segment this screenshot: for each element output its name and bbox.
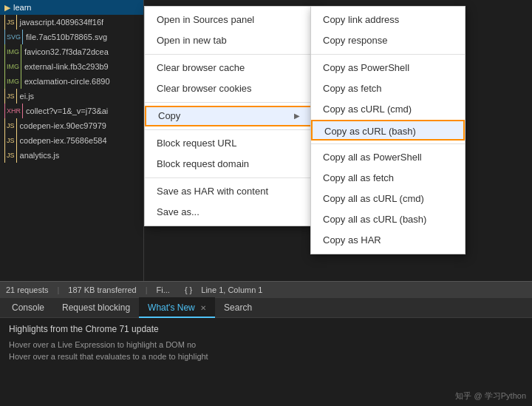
menu-block-url[interactable]: Block request URL [145, 133, 313, 154]
tabs-bar: Console Request blocking What's New ✕ Se… [0, 297, 532, 318]
menu-separator-4 [145, 177, 313, 178]
network-item-collect[interactable]: XHR collect?v=1&_v=j73&ai [0, 104, 143, 118]
js-icon5: JS [4, 148, 17, 163]
network-item-svg[interactable]: SVG file.7ac510b78865.svg [0, 30, 143, 44]
menu-clear-cookies[interactable]: Clear browser cookies [145, 78, 313, 99]
menu-separator-1 [145, 54, 313, 55]
context-menu: Open in Sources panel Open in new tab Cl… [144, 6, 314, 226]
submenu-copy-all-powershell[interactable]: Copy all as PowerShell [311, 147, 465, 168]
submenu-copy-all-curl-bash[interactable]: Copy all as cURL (bash) [311, 209, 465, 230]
transferred-size: 187 KB transferred [68, 285, 136, 294]
bottom-content: Highlights from the Chrome 71 update Hov… [0, 318, 532, 406]
tab-whats-new[interactable]: What's New ✕ [139, 297, 215, 318]
network-item-external-link[interactable]: IMG external-link.fb3c293b9 [0, 59, 143, 74]
submenu-copy-powershell[interactable]: Copy as PowerShell [311, 58, 465, 78]
network-item-favicon[interactable]: IMG favicon32.7f3da72dcea [0, 44, 143, 59]
menu-open-sources[interactable]: Open in Sources panel [145, 10, 313, 30]
menu-save-as[interactable]: Save as... [145, 202, 313, 223]
js-icon2: JS [4, 89, 17, 104]
bottom-text1: Hover over a Live Expression to highligh… [9, 339, 523, 351]
network-item-codepen2[interactable]: JS codepen-iex.75686e584 [0, 133, 143, 148]
tab-search[interactable]: Search [215, 297, 261, 318]
bottom-heading: Highlights from the Chrome 71 update [9, 324, 523, 334]
network-item-exclamation[interactable]: IMG exclamation-circle.6890 [0, 74, 143, 89]
submenu-copy-all-curl-cmd[interactable]: Copy all as cURL (cmd) [311, 189, 465, 209]
divider2: | [146, 285, 148, 294]
submenu-copy-har[interactable]: Copy as HAR [311, 230, 465, 251]
submenu-copy-curl-bash[interactable]: Copy as cURL (bash) [311, 120, 465, 141]
menu-open-new-tab[interactable]: Open in new tab [145, 30, 313, 51]
tab-request-blocking[interactable]: Request blocking [53, 297, 139, 318]
tab-close-icon[interactable]: ✕ [200, 304, 206, 312]
img-icon2: IMG [4, 59, 21, 74]
tab-console[interactable]: Console [3, 297, 53, 318]
chevron-right-icon: ▶ [294, 106, 300, 126]
img-icon: IMG [4, 44, 21, 59]
copy-submenu: Copy link address Copy response Copy as … [310, 6, 466, 254]
js-icon3: JS [4, 118, 17, 133]
divider1: | [57, 285, 59, 294]
menu-clear-cache[interactable]: Clear browser cache [145, 58, 313, 78]
js-icon4: JS [4, 133, 17, 148]
watermark: 知乎 @ 学习Python [455, 390, 526, 402]
bottom-text2: Hover over a result that evaluates to a … [9, 351, 523, 362]
menu-separator-3 [145, 129, 313, 130]
submenu-copy-curl-cmd[interactable]: Copy as cURL (cmd) [311, 99, 465, 120]
network-item-analytics[interactable]: JS analytics.js [0, 148, 143, 163]
menu-save-har[interactable]: Save as HAR with content [145, 181, 313, 202]
img-icon3: IMG [4, 74, 21, 89]
submenu-copy-response[interactable]: Copy response [311, 30, 465, 51]
submenu-separator-2 [311, 143, 465, 144]
network-panel: ▶ learn JS javascript.4089634ff16f SVG f… [0, 0, 144, 281]
network-item-learn[interactable]: ▶ learn [0, 0, 143, 15]
filter-info: Fi... [157, 285, 170, 294]
status-bar: 21 requests | 187 KB transferred | Fi...… [0, 281, 532, 297]
code-editor-icon: { } [185, 285, 192, 294]
submenu-copy-all-fetch[interactable]: Copy all as fetch [311, 168, 465, 189]
menu-copy[interactable]: Copy ▶ [145, 106, 313, 126]
submenu-separator-1 [311, 54, 465, 55]
menu-separator-2 [145, 102, 313, 103]
menu-block-domain[interactable]: Block request domain [145, 154, 313, 175]
requests-count: 21 requests [6, 285, 48, 294]
submenu-copy-fetch[interactable]: Copy as fetch [311, 78, 465, 99]
network-item-ei[interactable]: JS ei.js [0, 89, 143, 104]
network-item-js1[interactable]: JS javascript.4089634ff16f [0, 15, 143, 30]
submenu-copy-link[interactable]: Copy link address [311, 10, 465, 30]
folder-icon: ▶ [4, 0, 10, 15]
xhr-icon: XHR [4, 104, 23, 118]
js-icon: JS [4, 15, 17, 30]
svg-icon: SVG [4, 30, 23, 44]
position-info: Line 1, Column 1 [201, 285, 262, 294]
network-item-codepen1[interactable]: JS codepen-iex.90ec97979 [0, 118, 143, 133]
